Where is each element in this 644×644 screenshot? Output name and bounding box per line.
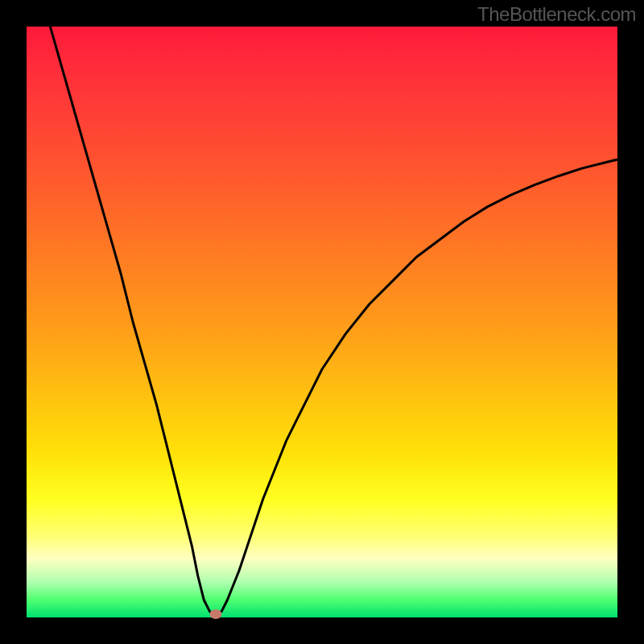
watermark-text: TheBottleneck.com (477, 3, 636, 26)
curve-line (50, 27, 617, 614)
optimal-point-marker (209, 609, 221, 619)
bottleneck-curve-chart (27, 27, 617, 617)
